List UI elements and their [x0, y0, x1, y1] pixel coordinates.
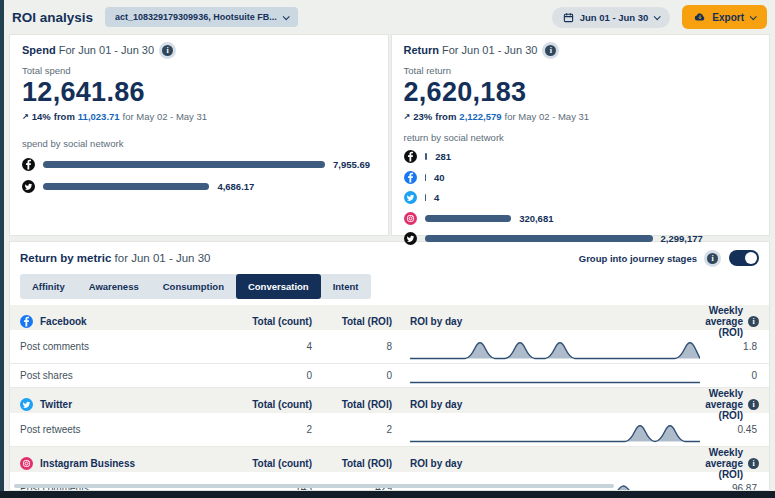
metric-total-roi: 0 [316, 370, 396, 381]
return-delta-pct: 23% [413, 111, 432, 122]
cloud-download-icon [694, 11, 706, 23]
twitter-dark-value-bar [425, 235, 653, 242]
total-return-value: 2,620,183 [404, 77, 758, 108]
group-journey-stages-toggle[interactable] [729, 250, 759, 266]
info-icon[interactable]: i [162, 45, 173, 56]
metric-total-count: 4 [232, 341, 316, 352]
column-header-weekly-average: Weekly average (ROI) [704, 447, 743, 480]
date-range-picker[interactable]: Jun 01 - Jun 30 [552, 7, 671, 28]
page-title: ROI analysis [12, 10, 93, 25]
spend-title: Spend [22, 44, 56, 56]
facebook-dark-icon [22, 158, 35, 171]
return-prev-value-link[interactable]: 2,122,579 [459, 111, 501, 122]
twitter-value-bar [425, 194, 427, 201]
twitter-blue-icon [20, 398, 33, 411]
spend-delta-pct: 14% [32, 111, 51, 122]
spend-period: For Jun 01 - Jun 30 [59, 44, 154, 56]
twitter-bar-value: 4 [434, 192, 439, 203]
total-spend-label: Total spend [22, 65, 376, 76]
facebook-value-bar [425, 174, 427, 181]
spend-by-network-chart: 7,955.694,686.17 [22, 157, 376, 193]
twitter-bar-value: 4,686.17 [217, 181, 254, 192]
metric-row-post-comments: Post comments14342996.87 [10, 472, 769, 491]
trend-up-icon: ↗ [22, 112, 29, 121]
toggle-knob [745, 252, 757, 264]
roi-by-day-sparkline [396, 368, 704, 384]
info-icon[interactable]: i [707, 253, 718, 264]
metrics-period: for Jun 01 - Jun 30 [115, 252, 211, 264]
instagram-bar-value: 320,681 [519, 213, 553, 224]
group-header-facebook: FacebookTotal (count)Total (ROI)ROI by d… [10, 305, 769, 330]
twitter-dark-icon [22, 180, 35, 193]
column-header-weekly-average: Weekly average (ROI) [704, 388, 743, 421]
window-edge-left [0, 0, 4, 498]
horizontal-scrollbar[interactable] [14, 484, 614, 488]
group-network-name: Instagram Business [40, 458, 135, 469]
instagram-icon [404, 212, 417, 225]
spend-card-title: Spend For Jun 01 - Jun 30 i [22, 44, 376, 56]
top-bar: ROI analysis act_108329179309936, Hootsu… [4, 0, 775, 32]
twitter-bar-row: 4,686.17 [22, 179, 376, 193]
return-period: For Jun 01 - Jun 30 [442, 44, 537, 56]
account-selector-dropdown[interactable]: act_108329179309936, Hootsuite FB... [105, 7, 298, 27]
metric-total-roi: 8 [316, 341, 396, 352]
return-card: Return For Jun 01 - Jun 30 i Total retur… [391, 34, 771, 236]
twitter-value-bar [43, 183, 209, 190]
info-icon[interactable]: i [748, 458, 759, 469]
account-selector-label: act_108329179309936, Hootsuite FB... [115, 12, 277, 22]
info-icon[interactable]: i [748, 399, 759, 410]
metric-total-count: 0 [232, 370, 316, 381]
tab-awareness[interactable]: Awareness [77, 274, 151, 299]
tab-consumption[interactable]: Consumption [151, 274, 236, 299]
tab-intent[interactable]: Intent [321, 274, 371, 299]
chevron-down-icon [654, 13, 661, 20]
metric-weekly-average: 1.8 [704, 341, 759, 352]
metric-name: Post comments [20, 341, 232, 352]
journey-stage-toggle-zone: Group into journey stages i [579, 250, 759, 266]
metric-stage-tabs: AffinityAwarenessConsumptionConversation… [20, 274, 371, 299]
tab-conversation[interactable]: Conversation [236, 274, 321, 299]
metric-row-post-shares: Post shares000 [10, 364, 769, 388]
metric-name: Post shares [20, 370, 232, 381]
group-header-instagram-business: Instagram BusinessTotal (count)Total (RO… [10, 447, 769, 472]
calendar-icon [563, 12, 574, 23]
roi-analysis-page: ROI analysis act_108329179309936, Hootsu… [4, 0, 775, 491]
group-network-name: Facebook [40, 316, 87, 327]
metric-weekly-average: 0.45 [704, 424, 759, 435]
group-header-twitter: TwitterTotal (count)Total (ROI)ROI by da… [10, 388, 769, 413]
metrics-header: Return by metric for Jun 01 - Jun 30 Gro… [10, 242, 769, 271]
metric-weekly-average: 0 [704, 370, 759, 381]
column-header-weekly-average: Weekly average (ROI) [704, 305, 743, 338]
return-delta: ↗ 23% from 2,122,579 for May 02 - May 31 [404, 111, 758, 122]
return-from-label: from [435, 111, 456, 122]
column-header-roi-by-day: ROI by day [396, 458, 704, 469]
facebook-page-bar-value: 281 [435, 151, 451, 162]
twitter-bar-row: 4 [404, 191, 758, 205]
summary-cards: Spend For Jun 01 - Jun 30 i Total spend … [9, 34, 770, 236]
info-icon[interactable]: i [748, 316, 759, 327]
facebook-bar-value: 40 [434, 172, 445, 183]
info-icon[interactable]: i [545, 45, 556, 56]
total-return-label: Total return [404, 65, 758, 76]
column-header-total-roi: Total (ROI) [316, 316, 396, 327]
facebook-page-value-bar [425, 153, 428, 160]
facebook-page-bar-row: 281 [404, 150, 758, 164]
twitter-blue-icon [404, 191, 417, 204]
facebook-value-bar [43, 161, 325, 168]
roi-by-day-sparkline [396, 417, 704, 443]
facebook-dark-icon [404, 150, 417, 163]
metric-total-roi: 2 [316, 424, 396, 435]
tab-affinity[interactable]: Affinity [20, 274, 77, 299]
twitter-dark-bar-row: 2,299,177 [404, 232, 758, 246]
metrics-title: Return by metric for Jun 01 - Jun 30 [20, 252, 211, 264]
twitter-dark-icon [404, 232, 417, 245]
twitter-dark-bar-value: 2,299,177 [661, 233, 703, 244]
trend-up-icon: ↗ [404, 112, 411, 121]
facebook-blue-icon [404, 171, 417, 184]
spend-prev-value-link[interactable]: 11,023.71 [78, 111, 120, 122]
spend-card: Spend For Jun 01 - Jun 30 i Total spend … [9, 34, 389, 236]
metrics-table: FacebookTotal (count)Total (ROI)ROI by d… [10, 305, 769, 491]
metric-weekly-average: 96.87 [704, 483, 759, 491]
facebook-bar-value: 7,955.69 [333, 159, 370, 170]
export-button[interactable]: Export [682, 5, 767, 29]
